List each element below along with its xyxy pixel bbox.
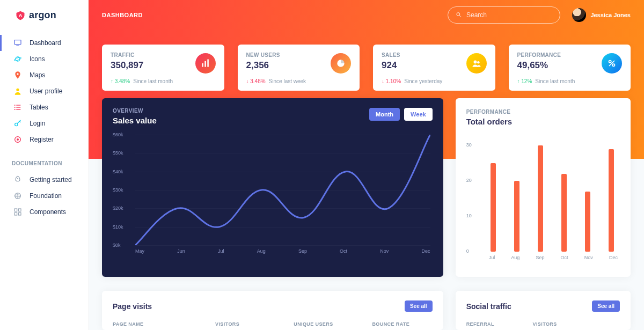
sales-chart-title: Sales value: [113, 116, 157, 125]
x-tick: Dec: [609, 255, 618, 265]
search-box[interactable]: [448, 6, 560, 24]
orders-chart-plot: 3020100 JulAugSepOctNovDec: [466, 136, 620, 265]
tab-month[interactable]: Month: [369, 108, 400, 121]
bar-icon: [195, 53, 216, 74]
svg-text:A: A: [19, 13, 23, 18]
sidebar-item-tables[interactable]: Tables: [0, 99, 88, 115]
docs-item-foundation[interactable]: Foundation: [0, 188, 88, 204]
sales-chart-plot: $60k$50k$40k$30k$20k$10k$0k MayJunJulAug…: [113, 135, 433, 258]
orders-chart-title: Total orders: [466, 117, 620, 126]
svg-rect-29: [204, 61, 206, 67]
docs-item-label: Components: [30, 208, 66, 216]
svg-point-17: [17, 138, 19, 141]
sidebar-item-icons[interactable]: Icons: [0, 51, 88, 67]
svg-point-5: [17, 73, 18, 75]
sidebar-item-register[interactable]: Register: [0, 131, 88, 148]
orders-bar: [491, 163, 496, 252]
y-tick: $40k: [113, 169, 133, 174]
svg-point-34: [609, 61, 611, 63]
column-header: REFERRAL: [466, 321, 515, 327]
sidebar: A argon DashboardIconsMapsUser profileTa…: [0, 0, 89, 330]
x-tick: Aug: [257, 248, 266, 258]
social-traffic-title: Social traffic: [466, 302, 511, 311]
rocket-icon: [13, 175, 22, 184]
svg-rect-23: [18, 209, 21, 211]
y-tick: 0: [466, 248, 487, 254]
tv-icon: [13, 39, 22, 47]
sidebar-item-maps[interactable]: Maps: [0, 67, 88, 83]
svg-rect-24: [14, 212, 17, 215]
svg-point-18: [17, 178, 18, 179]
x-tick: Oct: [340, 248, 347, 258]
column-header: VISITORS: [215, 321, 275, 327]
stat-period: Since last week: [269, 78, 306, 84]
nav-main: DashboardIconsMapsUser profileTablesLogi…: [0, 35, 88, 148]
svg-rect-28: [202, 63, 203, 67]
globe-icon: [13, 192, 22, 200]
x-tick: Jun: [177, 248, 185, 258]
brand[interactable]: A argon: [0, 0, 88, 35]
column-header: [586, 321, 620, 327]
orders-bar: [609, 149, 614, 252]
svg-point-33: [477, 61, 480, 64]
orders-bar: [585, 192, 590, 252]
stat-card-new-users: NEW USERS 2,356 ↓ 3.48% Since last week: [238, 45, 360, 91]
topbar: DASHBOARD Jessica Jones: [102, 0, 631, 30]
breadcrumb: DASHBOARD: [102, 12, 143, 18]
x-tick: Jul: [218, 248, 224, 258]
svg-rect-30: [207, 60, 209, 67]
svg-point-32: [473, 61, 477, 64]
stat-delta: ↓ 3.48%: [246, 78, 266, 84]
stat-card-sales: SALES 924 ↓ 1.10% Since yesterday: [373, 45, 495, 91]
column-header: VISITORS: [533, 321, 567, 327]
user-icon: [13, 87, 22, 96]
stat-delta: ↑ 3.48%: [111, 78, 130, 84]
x-tick: Jul: [489, 255, 495, 265]
x-tick: Dec: [422, 248, 430, 258]
y-tick: $30k: [113, 187, 133, 193]
x-tick: May: [135, 248, 144, 258]
orders-chart-sub: PERFORMANCE: [466, 109, 620, 115]
user-name: Jessica Jones: [590, 12, 631, 18]
docs-item-getting-started[interactable]: Getting started: [0, 172, 88, 188]
main: DASHBOARD Jessica Jones TRAFFIC 350,897 …: [89, 0, 644, 330]
sidebar-item-dashboard[interactable]: Dashboard: [0, 35, 88, 51]
stat-card-performance: PERFORMANCE 49,65% ↑ 12% Since last mont…: [509, 45, 631, 91]
svg-point-4: [14, 57, 21, 61]
x-tick: Sep: [536, 255, 544, 265]
docs-item-label: Foundation: [30, 192, 62, 200]
y-tick: $60k: [113, 132, 133, 137]
sidebar-item-user-profile[interactable]: User profile: [0, 83, 88, 99]
search-input[interactable]: [466, 11, 552, 19]
orders-bar: [538, 145, 543, 252]
y-tick: $20k: [113, 206, 133, 211]
svg-rect-25: [18, 212, 21, 215]
users-icon: [466, 53, 487, 74]
social-traffic-columns: REFERRALVISITORS: [466, 321, 620, 327]
orders-chart-card: PERFORMANCE Total orders 3020100 JulAugS…: [456, 98, 631, 277]
svg-rect-1: [14, 40, 21, 45]
svg-point-10: [14, 105, 16, 106]
svg-rect-22: [14, 209, 17, 211]
tab-week[interactable]: Week: [404, 108, 433, 121]
user-menu[interactable]: Jessica Jones: [572, 8, 631, 22]
svg-point-35: [612, 64, 614, 66]
svg-point-13: [15, 123, 18, 126]
orders-bar: [514, 181, 519, 252]
svg-line-27: [460, 16, 462, 17]
page-visits-title: Page visits: [113, 302, 152, 311]
y-tick: $10k: [113, 224, 133, 230]
svg-line-36: [609, 61, 614, 66]
x-tick: Aug: [511, 255, 519, 265]
key-icon: [13, 119, 22, 128]
y-tick: 30: [466, 142, 487, 148]
docs-item-components[interactable]: Components: [0, 204, 88, 220]
sidebar-item-login[interactable]: Login: [0, 115, 88, 131]
docs-heading: DOCUMENTATION: [0, 148, 88, 172]
social-traffic-seeall-button[interactable]: See all: [592, 300, 620, 312]
stat-period: Since last month: [133, 78, 173, 84]
sidebar-item-label: Register: [30, 136, 54, 143]
orders-bar: [561, 174, 567, 252]
x-tick: Nov: [584, 255, 593, 265]
page-visits-seeall-button[interactable]: See all: [405, 300, 433, 312]
